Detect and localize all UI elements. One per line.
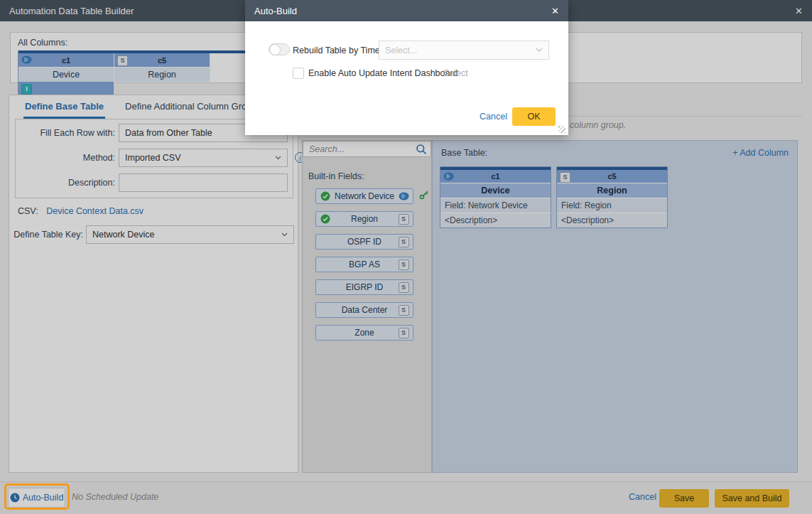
enable-dashboard-label: Enable Auto Update Intent Dashboard <box>308 68 458 78</box>
modal-ok-button[interactable]: OK <box>512 107 556 126</box>
timer-select-placeholder: Select... <box>385 45 417 55</box>
modal-cancel-link[interactable]: Cancel <box>480 112 507 122</box>
automation-data-table-builder-window: Automation Data Table Builder ✕ All Colu… <box>0 0 812 514</box>
modal-titlebar: Auto-Build ✕ <box>245 0 568 21</box>
modal-title: Auto-Build <box>254 6 297 16</box>
modal-resize-grip[interactable] <box>558 126 565 133</box>
dashboard-select-link[interactable]: Select <box>443 68 468 78</box>
modal-close-icon[interactable]: ✕ <box>551 6 559 16</box>
rebuild-timer-label: Rebuild Table by Timer: <box>293 45 385 55</box>
rebuild-timer-toggle[interactable] <box>269 43 290 55</box>
auto-build-modal: Auto-Build ✕ Rebuild Table by Timer: Sel… <box>245 0 568 135</box>
enable-dashboard-checkbox[interactable] <box>293 68 304 79</box>
timer-select[interactable]: Select... <box>379 41 549 60</box>
chevron-down-icon <box>536 48 543 53</box>
